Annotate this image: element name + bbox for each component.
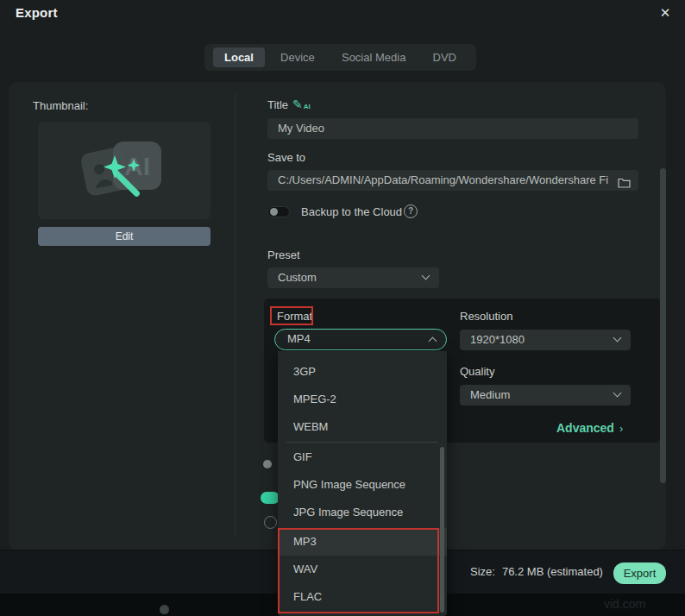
title-label: Title: [267, 98, 288, 111]
title-input[interactable]: My Video: [267, 118, 638, 139]
chevron-right-icon: ›: [619, 422, 623, 435]
chevron-down-icon: [422, 272, 430, 280]
export-dialog: Export ✕ Local Device Social Media DVD T…: [0, 0, 685, 616]
format-option-flac[interactable]: FLAC: [278, 583, 447, 611]
tab-dvd[interactable]: DVD: [422, 47, 468, 67]
save-path-input[interactable]: C:/Users/ADMIN/AppData/Roaming/Wondersha…: [267, 170, 638, 191]
chevron-down-icon: [613, 389, 622, 398]
backup-cloud-label: Backup to the Cloud: [301, 205, 402, 218]
hidden-toggle-on-fragment: [261, 492, 280, 504]
size-value: 76.2 MB (estimated): [502, 565, 603, 578]
watermark-text: vid.com: [604, 597, 645, 611]
hidden-toggle-off-fragment: [263, 460, 272, 468]
size-label: Size:: [470, 565, 495, 578]
backup-help-icon[interactable]: ?: [404, 204, 418, 218]
resolution-select[interactable]: 1920*1080: [460, 330, 631, 350]
advanced-link[interactable]: Advanced›: [556, 421, 623, 435]
ai-thumbnail-placeholder-icon: AI: [60, 129, 189, 211]
dropdown-divider: [286, 442, 438, 443]
toggle-knob: [270, 208, 278, 216]
hidden-help-icon-fragment: [264, 516, 277, 529]
format-label: Format: [277, 310, 312, 323]
format-option-png-sequence[interactable]: PNG Image Sequence: [278, 471, 447, 499]
backup-cloud-toggle[interactable]: [267, 206, 290, 217]
thumbnail-label: Thumbnail:: [33, 99, 88, 112]
dropdown-scrollbar[interactable]: [440, 447, 444, 613]
format-dropdown-menu: 3GP MPEG-2 WEBM GIF PNG Image Sequence J…: [278, 351, 447, 616]
format-option-3gp[interactable]: 3GP: [278, 358, 447, 386]
thumbnail-preview[interactable]: AI: [38, 122, 211, 219]
format-option-jpg-sequence[interactable]: JPG Image Sequence: [278, 499, 447, 526]
resolution-label: Resolution: [460, 310, 512, 323]
format-option-wav[interactable]: WAV: [278, 556, 447, 583]
preset-label: Preset: [267, 248, 300, 261]
close-icon[interactable]: ✕: [657, 4, 674, 22]
quality-label: Quality: [460, 365, 494, 378]
tab-device[interactable]: Device: [269, 47, 326, 67]
slider-handle-dot: [160, 605, 169, 614]
column-divider: [235, 93, 236, 535]
preset-select[interactable]: Custom: [267, 267, 439, 288]
format-select[interactable]: MP4: [274, 329, 447, 350]
tab-social-media[interactable]: Social Media: [330, 47, 417, 67]
export-target-tabs: Local Device Social Media DVD: [204, 44, 476, 71]
format-option-webm[interactable]: WEBM: [278, 413, 447, 441]
format-option-mp3[interactable]: MP3: [278, 528, 447, 556]
save-to-label: Save to: [267, 151, 305, 164]
export-button[interactable]: Export: [613, 563, 666, 584]
chevron-down-icon: [613, 334, 622, 343]
chevron-up-icon: [429, 337, 437, 346]
ai-title-icon[interactable]: ✎AI: [292, 97, 311, 111]
format-option-gif[interactable]: GIF: [278, 443, 447, 471]
dialog-title: Export: [16, 5, 58, 20]
folder-browse-icon[interactable]: [618, 174, 631, 191]
estimated-size: Size:76.2 MB (estimated): [470, 565, 603, 578]
panel-scrollbar[interactable]: [660, 168, 666, 483]
tab-local[interactable]: Local: [213, 47, 265, 67]
format-option-mpeg2[interactable]: MPEG-2: [278, 386, 447, 413]
edit-thumbnail-button[interactable]: Edit: [38, 227, 211, 246]
quality-select[interactable]: Medium: [460, 385, 631, 405]
